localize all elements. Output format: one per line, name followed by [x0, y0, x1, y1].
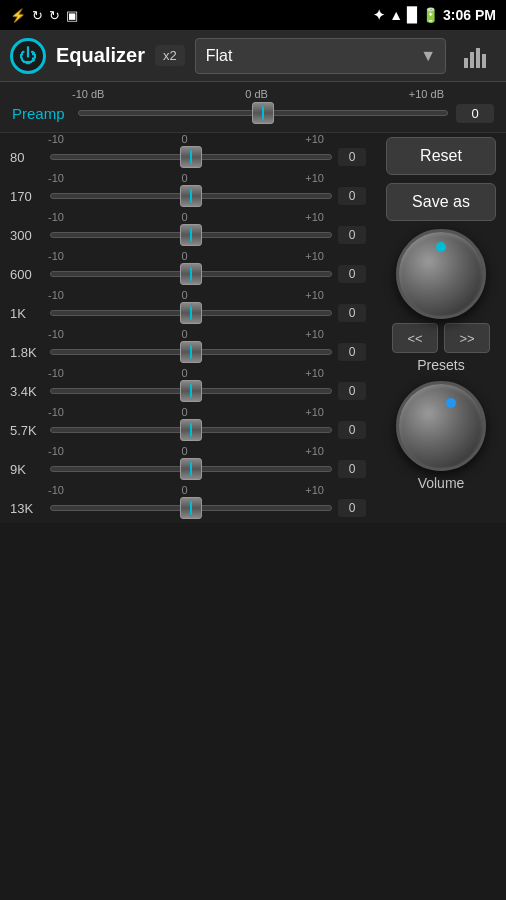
- band-thumb-9[interactable]: [180, 497, 202, 519]
- preset-prev-button[interactable]: <<: [392, 323, 438, 353]
- band-row-9: 13K 0: [10, 497, 366, 519]
- app-title: Equalizer: [56, 44, 145, 67]
- band-min-0: -10: [48, 133, 64, 145]
- band-freq-9: 13K: [10, 501, 44, 516]
- band-min-6: -10: [48, 367, 64, 379]
- band-row-1: 170 0: [10, 185, 366, 207]
- presets-label: Presets: [417, 357, 464, 373]
- svg-rect-2: [476, 48, 480, 68]
- band-labels-8: -10 0 +10: [10, 445, 366, 458]
- preset-next-button[interactable]: >>: [444, 323, 490, 353]
- eq-band-row-4: -10 0 +10 1K 0: [10, 289, 366, 324]
- content-wrapper: -10 0 +10 80 0 -10 0 +10: [0, 133, 506, 523]
- band-min-8: -10: [48, 445, 64, 457]
- usb-icon: ⚡: [10, 8, 26, 23]
- band-thumb-6[interactable]: [180, 380, 202, 402]
- band-row-2: 300 0: [10, 224, 366, 246]
- right-panel: Reset Save as << >> Presets Volume: [376, 133, 506, 523]
- band-thumb-5[interactable]: [180, 341, 202, 363]
- volume-knob-container: Volume: [396, 381, 486, 491]
- band-mid-7: 0: [182, 406, 188, 418]
- band-value-2: 0: [338, 226, 366, 244]
- band-labels-4: -10 0 +10: [10, 289, 366, 302]
- eq-band-row-3: -10 0 +10 600 0: [10, 250, 366, 285]
- volume-knob-indicator: [446, 398, 456, 408]
- band-min-1: -10: [48, 172, 64, 184]
- band-max-5: +10: [305, 328, 324, 340]
- band-labels-0: -10 0 +10: [10, 133, 366, 146]
- band-min-4: -10: [48, 289, 64, 301]
- band-slider-2[interactable]: [50, 224, 332, 246]
- band-labels-2: -10 0 +10: [10, 211, 366, 224]
- band-freq-0: 80: [10, 150, 44, 165]
- power-button[interactable]: [10, 38, 46, 74]
- presets-knob-container: << >> Presets: [392, 229, 490, 373]
- band-max-9: +10: [305, 484, 324, 496]
- preamp-label: Preamp: [12, 105, 70, 122]
- band-thumb-4[interactable]: [180, 302, 202, 324]
- band-freq-6: 3.4K: [10, 384, 44, 399]
- preset-select[interactable]: Flat Rock Pop Jazz Classical Dance Hip H…: [195, 38, 446, 74]
- band-slider-8[interactable]: [50, 458, 332, 480]
- band-thumb-8[interactable]: [180, 458, 202, 480]
- band-slider-7[interactable]: [50, 419, 332, 441]
- band-mid-4: 0: [182, 289, 188, 301]
- reset-button[interactable]: Reset: [386, 137, 496, 175]
- bluetooth-icon: ✦: [373, 7, 385, 23]
- preamp-row: Preamp 0: [12, 102, 494, 124]
- band-freq-1: 170: [10, 189, 44, 204]
- band-max-8: +10: [305, 445, 324, 457]
- eq-band-row-2: -10 0 +10 300 0: [10, 211, 366, 246]
- band-labels-7: -10 0 +10: [10, 406, 366, 419]
- presets-knob-indicator: [436, 242, 446, 252]
- band-row-6: 3.4K 0: [10, 380, 366, 402]
- band-slider-4[interactable]: [50, 302, 332, 324]
- band-mid-9: 0: [182, 484, 188, 496]
- preamp-value: 0: [456, 104, 494, 123]
- preset-dropdown-wrap[interactable]: Flat Rock Pop Jazz Classical Dance Hip H…: [195, 38, 446, 74]
- preset-nav: << >>: [392, 323, 490, 353]
- preamp-slider-wrap[interactable]: [78, 102, 448, 124]
- eq-band-row-1: -10 0 +10 170 0: [10, 172, 366, 207]
- presets-knob[interactable]: [396, 229, 486, 319]
- band-slider-6[interactable]: [50, 380, 332, 402]
- band-freq-7: 5.7K: [10, 423, 44, 438]
- band-thumb-7[interactable]: [180, 419, 202, 441]
- eq-band-row-8: -10 0 +10 9K 0: [10, 445, 366, 480]
- band-labels-6: -10 0 +10: [10, 367, 366, 380]
- band-thumb-1[interactable]: [180, 185, 202, 207]
- band-slider-3[interactable]: [50, 263, 332, 285]
- band-thumb-0[interactable]: [180, 146, 202, 168]
- band-thumb-3[interactable]: [180, 263, 202, 285]
- band-slider-1[interactable]: [50, 185, 332, 207]
- wifi-icon: ▲: [389, 7, 403, 23]
- band-thumb-2[interactable]: [180, 224, 202, 246]
- status-icons: ⚡ ↻ ↻ ▣: [10, 8, 78, 23]
- band-mid-3: 0: [182, 250, 188, 262]
- band-mid-1: 0: [182, 172, 188, 184]
- band-min-5: -10: [48, 328, 64, 340]
- band-slider-0[interactable]: [50, 146, 332, 168]
- eq-bands: -10 0 +10 80 0 -10 0 +10: [0, 133, 376, 523]
- save-as-button[interactable]: Save as: [386, 183, 496, 221]
- band-freq-4: 1K: [10, 306, 44, 321]
- band-min-9: -10: [48, 484, 64, 496]
- band-labels-3: -10 0 +10: [10, 250, 366, 263]
- band-slider-9[interactable]: [50, 497, 332, 519]
- band-row-8: 9K 0: [10, 458, 366, 480]
- preamp-labels: -10 dB 0 dB +10 dB: [12, 88, 494, 102]
- chart-icon[interactable]: [456, 36, 496, 76]
- eq-band-row-6: -10 0 +10 3.4K 0: [10, 367, 366, 402]
- band-row-4: 1K 0: [10, 302, 366, 324]
- band-row-0: 80 0: [10, 146, 366, 168]
- band-slider-5[interactable]: [50, 341, 332, 363]
- band-labels-5: -10 0 +10: [10, 328, 366, 341]
- band-mid-6: 0: [182, 367, 188, 379]
- svg-rect-1: [470, 52, 474, 68]
- band-row-5: 1.8K 0: [10, 341, 366, 363]
- svg-rect-0: [464, 58, 468, 68]
- volume-knob[interactable]: [396, 381, 486, 471]
- band-max-3: +10: [305, 250, 324, 262]
- band-mid-8: 0: [182, 445, 188, 457]
- preamp-thumb[interactable]: [252, 102, 274, 124]
